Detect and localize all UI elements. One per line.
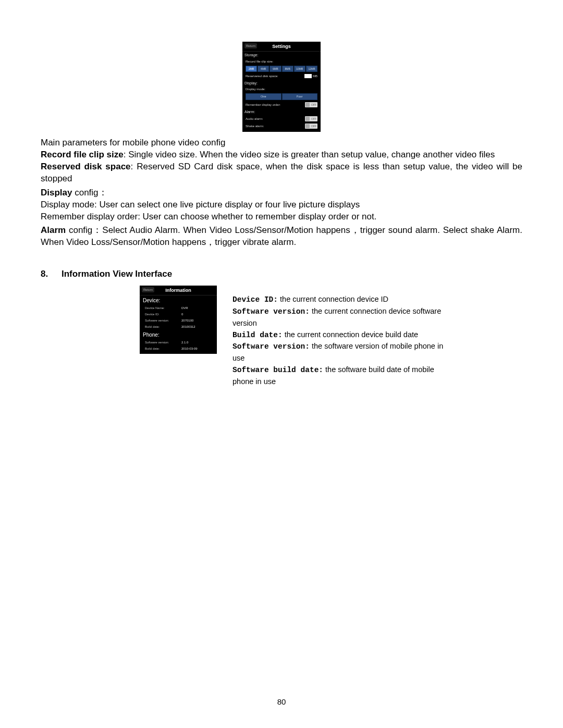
display-mode-label: Display mode: xyxy=(242,86,321,92)
phone-build-val: 2010-03-09 xyxy=(181,347,198,351)
sw-ver-row: Software version:2070100 xyxy=(140,317,217,324)
information-wrap: Return Information Device: Device Name:D… xyxy=(140,286,522,387)
reserved-line: Reserved disk space: Reserved SD Card di… xyxy=(41,161,522,185)
display-config-line: Display config： xyxy=(41,187,522,199)
display-mode-line: Display mode: User can select one live p… xyxy=(41,199,522,211)
settings-header: Return Settings xyxy=(242,42,321,52)
phone-section: Phone: xyxy=(140,330,217,339)
record-text: : Single video size. When the video size… xyxy=(124,150,495,159)
clip-size-segmented[interactable]: 2MB 4MB 6MB 8MB 10MB 12MB xyxy=(246,66,317,72)
device-id-lbl: Device ID: xyxy=(145,312,181,316)
storage-label: Storage: xyxy=(242,52,321,58)
display-bold: Display xyxy=(41,188,72,198)
audio-alarm-toggle[interactable]: OFF xyxy=(305,116,317,121)
desc-sw-build-lbl: Software build date: xyxy=(232,366,323,374)
desc-sw-ver2-lbl: Software version: xyxy=(232,342,310,351)
desc-sw-ver: Software version: the current connection… xyxy=(232,306,457,329)
audio-alarm-row: Audio alarm: OFF xyxy=(242,115,321,122)
desc-sw-ver-lbl: Software version: xyxy=(232,307,310,316)
page-number: 80 xyxy=(0,697,563,707)
phone-sw-ver-lbl: Software version: xyxy=(145,340,181,344)
desc-device-id-txt: the current connection device ID xyxy=(278,295,388,303)
information-screenshot: Return Information Device: Device Name:D… xyxy=(140,286,217,354)
reserved-unit: MB xyxy=(313,74,317,78)
alarm-label: Alarm: xyxy=(242,108,321,115)
phone-sw-ver-val: 2.1.0 xyxy=(181,340,188,344)
device-id-val: 0 xyxy=(181,312,183,316)
clip-opt-2[interactable]: 6MB xyxy=(270,66,281,72)
reserved-label: Reservered disk space: xyxy=(246,74,278,78)
shake-alarm-label: Shake alarm: xyxy=(246,124,264,128)
device-section: Device: xyxy=(140,295,217,305)
clip-opt-5[interactable]: 12MB xyxy=(306,66,317,72)
display-label: Display: xyxy=(242,80,321,86)
display-mode-one[interactable]: One xyxy=(246,93,282,100)
desc-build-date-txt: the current connection device build date xyxy=(283,330,418,339)
remember-line: Remember display order: User can choose … xyxy=(41,211,522,223)
clip-opt-0[interactable]: 2MB xyxy=(246,66,257,72)
device-id-row: Device ID:0 xyxy=(140,311,217,317)
section-8-heading: 8.Information View Interface xyxy=(41,268,522,280)
remember-label: Remember display order: xyxy=(246,103,280,107)
reserved-input[interactable] xyxy=(304,74,312,78)
info-header: Return Information xyxy=(140,286,217,295)
reserved-row: Reservered disk space: MB xyxy=(242,73,321,79)
clip-opt-3[interactable]: 8MB xyxy=(282,66,293,72)
build-date-lbl: Build date: xyxy=(145,325,181,329)
clip-opt-4[interactable]: 10MB xyxy=(294,66,305,72)
alarm-text: config：Select Audio Alarm. When Video Lo… xyxy=(41,225,522,247)
desc-build-date-lbl: Build date: xyxy=(232,331,283,339)
alarm-line: Alarm config：Select Audio Alarm. When Vi… xyxy=(41,225,522,249)
desc-build-date: Build date: the current connection devic… xyxy=(232,329,457,341)
main-params-line: Main parameters for mobile phone video c… xyxy=(41,137,522,149)
return-button[interactable]: Return xyxy=(244,43,257,48)
remember-toggle[interactable]: OFF xyxy=(305,102,317,107)
desc-device-id: Device ID: the current connection device… xyxy=(232,294,457,306)
section-8-title: Information View Interface xyxy=(62,269,172,279)
phone-build-row: Build date:2010-03-09 xyxy=(140,346,217,352)
settings-screenshot: Return Settings Storage: Record file cli… xyxy=(242,42,321,132)
clip-opt-1[interactable]: 4MB xyxy=(258,66,269,72)
sw-ver-val: 2070100 xyxy=(181,318,193,323)
remember-row: Remember display order: OFF xyxy=(242,101,321,108)
build-date-row: Build date:20100312 xyxy=(140,324,217,330)
device-name-lbl: Device Name: xyxy=(145,306,181,310)
record-bold: Record file clip size xyxy=(41,150,124,159)
record-clip-label: Record file clip size: xyxy=(242,58,321,65)
display-mode-four[interactable]: Four xyxy=(282,93,318,100)
info-return-button[interactable]: Return xyxy=(142,287,154,292)
info-descriptions: Device ID: the current connection device… xyxy=(232,286,457,387)
desc-device-id-lbl: Device ID: xyxy=(232,295,278,304)
device-name-row: Device Name:DVR xyxy=(140,305,217,311)
shake-alarm-toggle[interactable]: OFF xyxy=(305,124,317,129)
alarm-bold: Alarm xyxy=(41,225,66,235)
display-config: config： xyxy=(72,188,107,198)
phone-sw-ver-row: Software version:2.1.0 xyxy=(140,339,217,346)
shake-alarm-row: Shake alarm: OFF xyxy=(242,122,321,130)
sw-ver-lbl: Software version: xyxy=(145,318,181,323)
device-name-val: DVR xyxy=(181,306,188,310)
desc-sw-ver2: Software version: the software version o… xyxy=(232,341,457,364)
section-8-num: 8. xyxy=(41,268,62,280)
desc-sw-build: Software build date: the software build … xyxy=(232,364,457,388)
record-line: Record file clip size: Single video size… xyxy=(41,149,522,161)
build-date-val: 20100312 xyxy=(181,325,195,329)
phone-build-lbl: Build date: xyxy=(145,347,181,351)
display-mode-segmented[interactable]: One Four xyxy=(246,93,317,100)
audio-alarm-label: Audio alarm: xyxy=(246,117,263,121)
reserved-bold: Reserved disk space xyxy=(41,162,131,171)
